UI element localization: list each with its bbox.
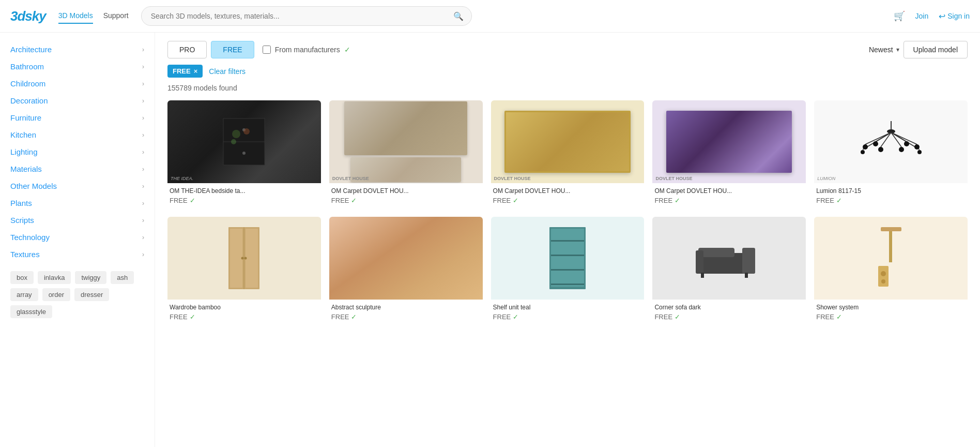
verified-icon-7: ✓ [513, 313, 518, 321]
product-card-6[interactable]: Abstract sculpture FREE ✓ [329, 217, 483, 325]
chevron-down-icon: ▾ [896, 46, 899, 53]
verified-icon-6: ✓ [351, 313, 357, 321]
svg-rect-28 [246, 229, 258, 288]
sidebar-item-childroom[interactable]: Childroom › [10, 75, 144, 92]
chevron-icon: › [142, 234, 144, 241]
product-card-9[interactable]: Shower system FREE ✓ [814, 217, 968, 325]
verified-icon-1: ✓ [351, 197, 357, 204]
from-manufacturers-checkbox[interactable] [263, 46, 271, 54]
clear-filters-button[interactable]: Clear filters [209, 67, 246, 76]
filter-bar: PRO FREE From manufacturers ✓ Newest ▾ U… [167, 41, 968, 58]
sidebar-item-kitchen[interactable]: Kitchen › [10, 126, 144, 143]
svg-point-6 [231, 139, 236, 144]
verified-icon-4: ✓ [836, 197, 842, 204]
join-button[interactable]: Join [915, 12, 929, 20]
product-card-7[interactable]: Shelf unit teal FREE ✓ [491, 217, 645, 325]
chevron-icon: › [142, 63, 144, 70]
product-card-3[interactable]: DOVLET HOUSE OM Carpet DOVLET HOU... FRE… [652, 100, 806, 208]
sidebar-item-other-models[interactable]: Other Models › [10, 177, 144, 195]
free-price-label-5: FREE [170, 313, 188, 321]
product-grid: THE IDEA. OM THE-IDEA bedside ta... FREE… [167, 100, 968, 208]
active-filters-bar: FREE × Clear filters [167, 65, 968, 78]
product-card-4[interactable]: LUMION Lumion 8117-15 FREE ✓ [814, 100, 968, 208]
product-card-1[interactable]: DOVLET HOUSE OM Carpet DOVLET HOU... FRE… [329, 100, 483, 208]
chevron-icon: › [142, 148, 144, 156]
svg-rect-43 [881, 227, 901, 231]
sidebar-item-architecture[interactable]: Architecture › [10, 41, 144, 58]
tag-inlavka[interactable]: inlavka [38, 271, 71, 284]
sort-dropdown[interactable]: Newest ▾ [869, 46, 899, 54]
svg-point-3 [242, 152, 246, 155]
product-info-6: Abstract sculpture FREE ✓ [329, 300, 483, 325]
sidebar-item-materials[interactable]: Materials › [10, 160, 144, 177]
sidebar-item-furniture[interactable]: Furniture › [10, 109, 144, 126]
svg-rect-34 [551, 255, 584, 256]
product-price-0: FREE ✓ [170, 197, 319, 204]
product-name-8: Corner sofa dark [654, 304, 804, 311]
product-name-5: Wardrobe bamboo [170, 304, 319, 311]
product-info-2: OM Carpet DOVLET HOU... FREE ✓ [491, 183, 645, 208]
tab-3d-models[interactable]: 3D Models [58, 8, 93, 24]
svg-point-18 [873, 141, 878, 146]
sidebar-item-bathroom[interactable]: Bathroom › [10, 58, 144, 75]
search-input[interactable] [141, 6, 472, 26]
from-manufacturers-container: From manufacturers ✓ [263, 46, 350, 54]
svg-rect-27 [230, 229, 242, 288]
product-info-0: OM THE-IDEA bedside ta... FREE ✓ [167, 183, 321, 208]
sort-label: Newest [869, 46, 893, 54]
results-count: 155789 models found [167, 84, 968, 92]
nav-tabs: 3D Models Support [58, 8, 129, 24]
product-card-2[interactable]: DOVLET HOUSE OM Carpet DOVLET HOU... FRE… [491, 100, 645, 208]
sidebar-item-scripts[interactable]: Scripts › [10, 212, 144, 229]
cart-icon[interactable]: 🛒 [894, 10, 905, 22]
svg-rect-40 [742, 248, 755, 274]
product-image-7 [491, 217, 645, 300]
pro-filter-button[interactable]: PRO [167, 41, 207, 58]
product-price-2: FREE ✓ [493, 197, 642, 204]
chevron-icon: › [142, 217, 144, 224]
sidebar-item-decoration[interactable]: Decoration › [10, 92, 144, 109]
tag-glassstyle[interactable]: glassstyle [10, 305, 52, 318]
product-info-1: OM Carpet DOVLET HOU... FREE ✓ [329, 183, 483, 208]
sidebar-item-lighting[interactable]: Lighting › [10, 143, 144, 160]
logo[interactable]: 3dsky [10, 8, 46, 24]
upload-model-button[interactable]: Upload model [904, 41, 968, 58]
tag-ash[interactable]: ash [111, 271, 134, 284]
product-card-8[interactable]: Corner sofa dark FREE ✓ [652, 217, 806, 325]
tag-box[interactable]: box [10, 271, 34, 284]
sidebar-item-textures[interactable]: Textures › [10, 246, 144, 263]
svg-rect-32 [551, 229, 584, 287]
sidebar-item-plants[interactable]: Plants › [10, 195, 144, 212]
product-name-4: Lumion 8117-15 [816, 187, 966, 195]
product-name-9: Shower system [816, 304, 966, 311]
product-price-6: FREE ✓ [331, 313, 481, 321]
tag-dresser[interactable]: dresser [74, 288, 109, 301]
svg-point-30 [244, 257, 247, 260]
product-card-0[interactable]: THE IDEA. OM THE-IDEA bedside ta... FREE… [167, 100, 321, 208]
signin-button[interactable]: ↩ Sign in [939, 11, 970, 21]
svg-point-21 [861, 150, 865, 154]
remove-filter-button[interactable]: × [194, 68, 198, 74]
tab-support[interactable]: Support [103, 8, 129, 24]
product-image-5 [167, 217, 321, 300]
free-price-label-2: FREE [493, 197, 511, 204]
free-filter-button[interactable]: FREE [211, 41, 254, 58]
from-manufacturers-label: From manufacturers [275, 46, 340, 54]
product-price-7: FREE ✓ [493, 313, 642, 321]
free-price-label-0: FREE [170, 197, 188, 204]
verified-icon-9: ✓ [836, 313, 842, 321]
free-price-label-8: FREE [654, 313, 672, 321]
tag-array[interactable]: array [10, 288, 38, 301]
chevron-icon: › [142, 166, 144, 173]
svg-point-17 [863, 144, 868, 150]
tag-twiggy[interactable]: twiggy [75, 271, 106, 284]
tag-order[interactable]: order [42, 288, 70, 301]
chevron-icon: › [142, 131, 144, 139]
chevron-icon: › [142, 97, 144, 105]
verified-icon-0: ✓ [190, 197, 195, 204]
product-card-5[interactable]: Wardrobe bamboo FREE ✓ [167, 217, 321, 325]
product-price-1: FREE ✓ [331, 197, 481, 204]
chevron-icon: › [142, 183, 144, 190]
sidebar-item-technology[interactable]: Technology › [10, 229, 144, 246]
verified-icon-2: ✓ [513, 197, 518, 204]
